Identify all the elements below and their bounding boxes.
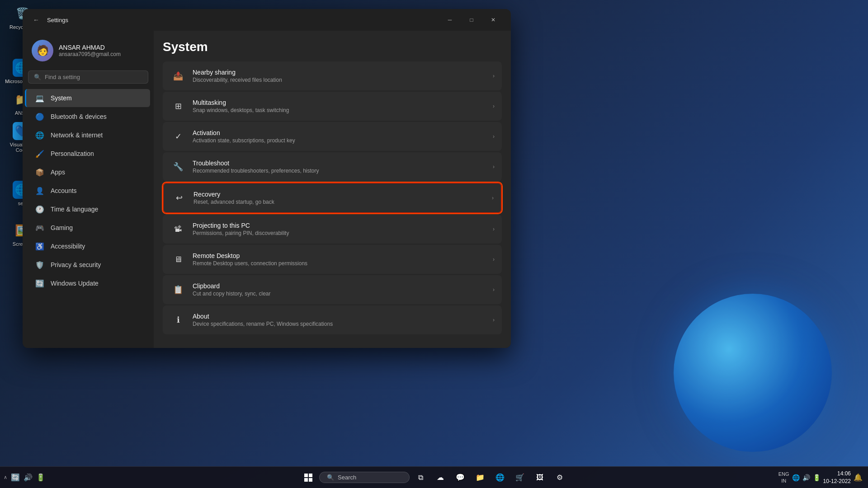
windows-sphere-decoration <box>674 294 832 452</box>
maximize-button[interactable]: □ <box>461 13 482 27</box>
clipboard-desc: Cut and copy history, sync, clear <box>193 291 493 297</box>
store-button[interactable]: 🛒 <box>511 469 529 487</box>
taskbar-clock[interactable]: 14:06 10-12-2022 <box>823 470 851 485</box>
notification-button[interactable]: 🔔 <box>854 473 863 482</box>
activation-chevron: › <box>493 133 495 140</box>
window-body: 🧑 ANSAR AHMAD ansaraa7095@gmail.com 🔍 Fi… <box>23 31 511 348</box>
remote-desktop-chevron: › <box>493 256 495 263</box>
sidebar-item-privacy[interactable]: 🛡️ Privacy & security <box>26 256 150 274</box>
window-title: Settings <box>47 17 68 23</box>
avatar: 🧑 <box>32 40 53 61</box>
battery-icon[interactable]: 🔋 <box>36 473 45 482</box>
settings-item-multitasking[interactable]: ⊞ Multitasking Snap windows, desktops, t… <box>163 92 502 121</box>
settings-item-projecting[interactable]: 📽 Projecting to this PC Permissions, pai… <box>163 215 502 244</box>
settings-item-recovery[interactable]: ↩ Recovery Reset, advanced startup, go b… <box>163 183 502 213</box>
sidebar-label-accessibility: Accessibility <box>51 243 85 250</box>
activation-desc: Activation state, subscriptions, product… <box>193 137 493 144</box>
file-explorer-button[interactable]: 📁 <box>471 469 489 487</box>
clipboard-title: Clipboard <box>193 282 493 290</box>
sidebar-label-update: Windows Update <box>51 280 99 287</box>
sidebar-item-accessibility[interactable]: ♿ Accessibility <box>26 237 150 255</box>
recycle-taskbar-icon[interactable]: 🔄 <box>11 473 20 482</box>
title-left: ← Settings <box>30 14 68 26</box>
svg-rect-0 <box>304 474 308 477</box>
sidebar-item-gaming[interactable]: 🎮 Gaming <box>26 219 150 237</box>
projecting-icon: 📽 <box>170 221 186 237</box>
svg-rect-1 <box>309 474 312 477</box>
settings-item-activation[interactable]: ✓ Activation Activation state, subscript… <box>163 122 502 151</box>
sidebar-item-update[interactable]: 🔄 Windows Update <box>26 274 150 292</box>
svg-rect-2 <box>304 478 308 482</box>
user-profile[interactable]: 🧑 ANSAR AHMAD ansaraa7095@gmail.com <box>23 34 154 70</box>
nearby-sharing-text: Nearby sharing Discoverability, received… <box>193 69 493 83</box>
nearby-sharing-desc: Discoverability, received files location <box>193 77 493 83</box>
volume-taskbar-icon[interactable]: 🔊 <box>802 474 810 481</box>
widgets-icon: ☁ <box>437 473 444 482</box>
projecting-desc: Permissions, pairing PIN, discoverabilit… <box>193 230 493 236</box>
system-tray-expand[interactable]: ∧ <box>4 474 7 480</box>
apps-icon: 📦 <box>35 168 44 177</box>
system-icon: 💻 <box>35 94 44 103</box>
search-placeholder: Find a setting <box>45 74 80 80</box>
multitasking-icon: ⊞ <box>170 98 186 114</box>
taskbar-search[interactable]: 🔍 Search <box>319 472 410 483</box>
settings-item-nearby-sharing[interactable]: 📤 Nearby sharing Discoverability, receiv… <box>163 61 502 90</box>
speaker-icon[interactable]: 🔊 <box>24 473 33 482</box>
sidebar-item-system[interactable]: 💻 System <box>25 89 150 107</box>
recovery-chevron: › <box>492 195 494 201</box>
activation-icon: ✓ <box>170 128 186 145</box>
settings-taskbar-button[interactable]: ⚙ <box>551 469 569 487</box>
edge-taskbar-button[interactable]: 🌐 <box>491 469 509 487</box>
chat-button[interactable]: 💬 <box>451 469 469 487</box>
clipboard-chevron: › <box>493 286 495 293</box>
sidebar-item-bluetooth[interactable]: 🔵 Bluetooth & devices <box>26 108 150 126</box>
edge-taskbar-icon: 🌐 <box>495 473 505 482</box>
start-button[interactable] <box>299 469 317 487</box>
sidebar-label-gaming: Gaming <box>51 224 73 231</box>
clipboard-icon: 📋 <box>170 282 186 298</box>
accounts-icon: 👤 <box>35 186 44 195</box>
nearby-sharing-icon: 📤 <box>170 68 186 84</box>
file-explorer-icon: 📁 <box>476 473 485 482</box>
troubleshoot-chevron: › <box>493 164 495 170</box>
remote-desktop-icon: 🖥 <box>170 251 186 267</box>
sidebar-label-time: Time & language <box>51 206 98 213</box>
window-back-button[interactable]: ← <box>30 14 42 26</box>
desktop: 🗑️ Recycle Bin 🌐 Microsoft Edge 💙 Visual… <box>0 0 868 488</box>
taskbar-search-label: Search <box>338 474 356 481</box>
about-text: About Device specifications, rename PC, … <box>193 313 493 327</box>
settings-item-about[interactable]: ℹ About Device specifications, rename PC… <box>163 305 502 334</box>
nearby-sharing-title: Nearby sharing <box>193 69 493 76</box>
task-view-button[interactable]: ⧉ <box>411 469 429 487</box>
window-controls: ─ □ ✕ <box>439 13 504 27</box>
projecting-title: Projecting to this PC <box>193 222 493 229</box>
settings-window: ← Settings ─ □ ✕ 🧑 ANSAR AHMAD ansaraa70… <box>23 9 511 348</box>
network-icon: 🌐 <box>35 131 44 140</box>
minimize-button[interactable]: ─ <box>439 13 460 27</box>
settings-item-troubleshoot[interactable]: 🔧 Troubleshoot Recommended troubleshoote… <box>163 152 502 181</box>
taskbar-search-icon: 🔍 <box>327 474 334 481</box>
battery-taskbar-icon[interactable]: 🔋 <box>813 474 821 481</box>
photos-button[interactable]: 🖼 <box>531 469 549 487</box>
settings-search[interactable]: 🔍 Find a setting <box>28 70 148 84</box>
close-button[interactable]: ✕ <box>483 13 504 27</box>
sidebar-item-accounts[interactable]: 👤 Accounts <box>26 182 150 200</box>
recovery-desc: Reset, advanced startup, go back <box>193 199 492 205</box>
taskbar-center: 🔍 Search ⧉ ☁ 💬 📁 🌐 🛒 🖼 <box>299 469 569 487</box>
sidebar-item-network[interactable]: 🌐 Network & internet <box>26 126 150 144</box>
widgets-button[interactable]: ☁ <box>431 469 449 487</box>
chat-icon: 💬 <box>456 473 465 482</box>
multitasking-title: Multitasking <box>193 99 493 106</box>
network-taskbar-icon[interactable]: 🌐 <box>792 474 800 481</box>
search-icon: 🔍 <box>34 74 41 80</box>
settings-item-remote-desktop[interactable]: 🖥 Remote Desktop Remote Desktop users, c… <box>163 245 502 274</box>
sidebar-item-apps[interactable]: 📦 Apps <box>26 163 150 181</box>
taskbar-left: ∧ 🔄 🔊 🔋 <box>0 473 45 482</box>
troubleshoot-text: Troubleshoot Recommended troubleshooters… <box>193 160 493 174</box>
update-icon: 🔄 <box>35 279 44 288</box>
sidebar-item-personalization[interactable]: 🖌️ Personalization <box>26 145 150 163</box>
language-indicator[interactable]: ENGIN <box>778 471 789 484</box>
user-email: ansaraa7095@gmail.com <box>59 51 121 57</box>
settings-item-clipboard[interactable]: 📋 Clipboard Cut and copy history, sync, … <box>163 275 502 304</box>
sidebar-item-time[interactable]: 🕐 Time & language <box>26 200 150 218</box>
